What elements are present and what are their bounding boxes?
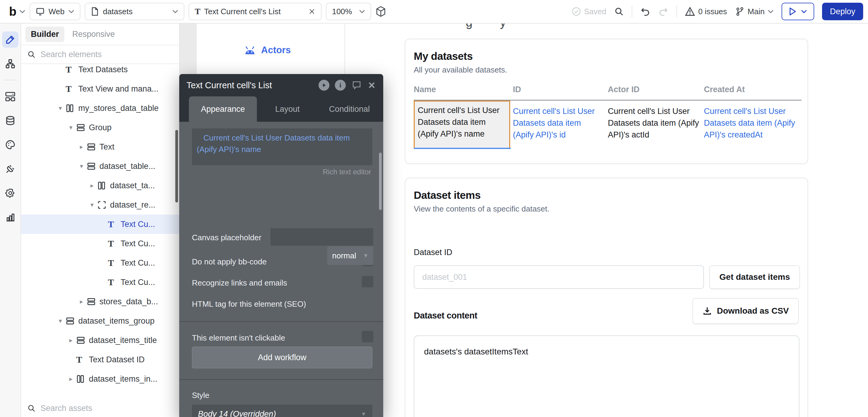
branch-selector[interactable]: Main	[735, 6, 774, 17]
app-logo[interactable]: b	[9, 5, 25, 18]
group-element-icon	[87, 162, 99, 170]
table-cell-0-selected[interactable]: Current cell's List User Datasets data i…	[414, 101, 510, 148]
caret-right-icon[interactable]: ▸	[87, 182, 97, 189]
tab-builder[interactable]: Builder	[25, 27, 64, 42]
close-icon[interactable]	[368, 81, 376, 90]
tree-item-text-cu[interactable]: TText Cu...	[21, 253, 179, 272]
redo-icon[interactable]	[658, 6, 669, 17]
element-tab[interactable]: T Text Current cell's List	[189, 3, 321, 20]
logo-glyph: b	[9, 5, 16, 18]
inspector-header[interactable]: Text Current cell's List i	[179, 74, 383, 96]
bbcode-label: Do not apply bb-code	[192, 257, 267, 266]
rich-text-editor-link[interactable]: Rich text editor	[323, 168, 371, 176]
actors-heading[interactable]: Actors	[244, 45, 291, 56]
database-icon[interactable]	[2, 113, 19, 129]
actors-label: Actors	[261, 45, 291, 56]
tab-responsive[interactable]: Responsive	[67, 27, 120, 42]
recognize-links-label: Recognize links and emails	[192, 278, 287, 288]
inspector-scrollbar[interactable]	[379, 153, 382, 210]
caret-down-icon[interactable]: ▾	[66, 124, 76, 131]
caret-down-icon[interactable]: ▾	[87, 201, 97, 208]
tree-item-label: Text Datasets	[78, 65, 128, 74]
caret-down-icon[interactable]: ▾	[55, 317, 66, 324]
tree-item-label: dataset_table...	[99, 162, 155, 171]
recognize-links-checkbox[interactable]	[362, 276, 373, 287]
logs-chart-icon[interactable]	[2, 209, 19, 225]
html-tag-dropdown[interactable]: normal ▼	[327, 246, 373, 265]
tree-item-dataset-re[interactable]: ▾dataset_re...	[21, 195, 179, 215]
tree-scrollbar[interactable]	[175, 130, 178, 202]
tree-item-text-datasets[interactable]: TText Datasets	[21, 65, 179, 79]
page-dropdown[interactable]: datasets	[85, 3, 184, 20]
tree-item-text-cu[interactable]: TText Cu...	[21, 272, 179, 292]
workflow-sitemap-icon[interactable]	[2, 56, 19, 72]
chevron-down-icon	[172, 10, 178, 13]
caret-right-icon[interactable]: ▸	[76, 143, 87, 151]
tree-item-text-dataset-id[interactable]: TText Dataset ID	[21, 350, 179, 369]
tree-item-dataset-ta[interactable]: ▸dataset_ta...	[21, 176, 179, 195]
my-datasets-card: My datasets All your available datasets.…	[405, 39, 808, 164]
tree-item-stores-data-b[interactable]: ▸stores_data_b...	[21, 292, 179, 311]
table-cell-2[interactable]: Current cell's List User Datasets data i…	[608, 101, 701, 148]
tree-item-dataset-items-in[interactable]: ▸dataset_items_in...	[21, 369, 179, 389]
repeating-element-icon	[97, 200, 110, 210]
tree-item-dataset-table[interactable]: ▾dataset_table...	[21, 157, 179, 176]
get-dataset-items-button[interactable]: Get dataset items	[709, 265, 800, 289]
tree-item-dataset-items-title[interactable]: ▸dataset_items_title	[21, 330, 179, 350]
component-cube-icon[interactable]	[375, 6, 386, 17]
issues-indicator[interactable]: 0 issues	[685, 7, 727, 16]
dataset-content-box[interactable]: datasets's datasetItemsText	[414, 335, 799, 417]
tree-item-text-cu[interactable]: TText Cu...	[21, 215, 179, 234]
my-datasets-title: My datasets	[414, 50, 799, 62]
tab-layout[interactable]: Layout	[260, 96, 315, 122]
close-icon[interactable]	[308, 8, 315, 15]
not-clickable-checkbox[interactable]	[362, 331, 373, 342]
tree-item-text[interactable]: ▸Text	[21, 137, 179, 157]
tree-item-text-view-and-mana[interactable]: TText View and mana...	[21, 79, 179, 98]
undo-icon[interactable]	[640, 6, 650, 17]
settings-gear-icon[interactable]	[2, 185, 19, 201]
style-dropdown[interactable]: Body 14 (Overridden) ▼	[192, 405, 372, 417]
tab-appearance[interactable]: Appearance	[189, 96, 257, 122]
search-icon[interactable]	[614, 7, 624, 16]
add-workflow-button[interactable]: Add workflow	[192, 347, 372, 368]
canvas-placeholder-input[interactable]	[271, 228, 373, 246]
group-element-icon	[87, 297, 99, 306]
table-cell-3[interactable]: Current cell's List User Datasets data i…	[704, 101, 796, 148]
search-assets-input[interactable]	[40, 404, 173, 413]
platform-dropdown[interactable]: Web	[30, 3, 81, 20]
caret-down-icon[interactable]: ▾	[55, 104, 66, 112]
text-element-icon: T	[108, 258, 121, 267]
text-expression-editor[interactable]: Current cell's List User Datasets data i…	[192, 128, 372, 165]
download-csv-button[interactable]: Download as CSV	[692, 298, 799, 324]
tree-item-text-cu[interactable]: TText Cu...	[21, 234, 179, 253]
column-header-created-at: Created At	[704, 85, 799, 94]
preview-button[interactable]	[781, 3, 814, 20]
dataset-id-input[interactable]	[414, 265, 704, 289]
caret-down-icon[interactable]: ▾	[76, 163, 87, 170]
comment-icon[interactable]	[351, 80, 362, 90]
info-icon[interactable]: i	[335, 80, 346, 91]
zoom-dropdown[interactable]: 100%	[326, 3, 371, 20]
tree-item-group[interactable]: ▾Group	[21, 118, 179, 137]
tree-item-dataset-items-group[interactable]: ▾dataset_items_group	[21, 311, 179, 330]
divider	[632, 5, 632, 18]
caret-right-icon[interactable]: ▸	[66, 375, 76, 383]
preview-element-icon[interactable]	[318, 80, 330, 91]
table-cell-1[interactable]: Current cell's List User Datasets data i…	[513, 101, 597, 148]
dataset-content-label: Dataset content	[414, 311, 477, 321]
search-icon	[27, 404, 36, 413]
deploy-button[interactable]: Deploy	[822, 3, 863, 20]
design-pencil-icon[interactable]	[2, 31, 19, 48]
tree-item-my-stores-data-table[interactable]: ▾my_stores_data_table	[21, 98, 179, 118]
caret-right-icon[interactable]: ▸	[66, 336, 76, 344]
search-elements-input[interactable]	[40, 50, 173, 59]
caret-right-icon[interactable]: ▸	[76, 298, 87, 305]
divider	[676, 5, 677, 18]
components-icon[interactable]	[2, 88, 19, 104]
tree-item-label: dataset_items_group	[78, 316, 154, 326]
caret-down-icon: ▼	[361, 411, 366, 417]
tab-conditional[interactable]: Conditional	[318, 96, 381, 122]
plugins-plug-icon[interactable]	[2, 161, 19, 177]
styles-palette-icon[interactable]	[2, 136, 19, 153]
